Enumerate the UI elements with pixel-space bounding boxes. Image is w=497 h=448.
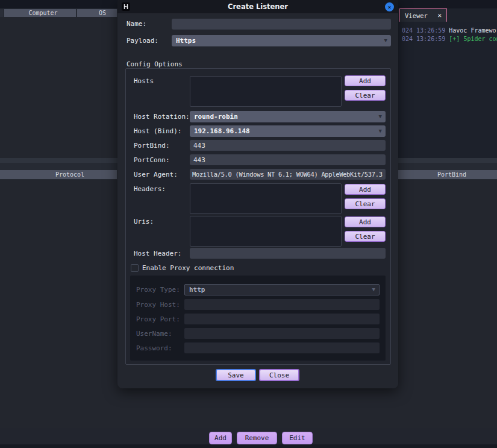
chevron-down-icon: ▼ bbox=[379, 111, 382, 122]
portconn-label: PortConn: bbox=[134, 156, 170, 165]
viewer-tabbar: Viewer ✕ bbox=[398, 8, 497, 22]
hosts-clear-button[interactable]: Clear bbox=[345, 90, 386, 101]
proxy-username-input[interactable] bbox=[184, 328, 380, 339]
host-bind-value: 192.168.96.148 bbox=[194, 127, 250, 135]
host-rotation-value: round-robin bbox=[194, 113, 238, 121]
listener-add-button[interactable]: Add bbox=[209, 432, 232, 444]
portbind-label: PortBind: bbox=[134, 142, 170, 150]
log-message: Havoc Framewor bbox=[449, 27, 497, 34]
havoc-app-window: Computer OS Viewer ✕ 024 13:26:59 Havoc … bbox=[0, 0, 497, 448]
name-input[interactable] bbox=[172, 19, 391, 30]
hosts-label: Hosts bbox=[134, 77, 154, 86]
host-header-input[interactable] bbox=[190, 248, 386, 259]
session-table-corner-cell bbox=[0, 9, 3, 17]
dialog-title: Create Listener bbox=[117, 0, 398, 13]
headers-listbox[interactable] bbox=[190, 183, 342, 214]
havoc-icon bbox=[122, 2, 130, 11]
host-header-label: Host Header: bbox=[134, 250, 181, 258]
proxy-host-input[interactable] bbox=[184, 299, 380, 310]
host-bind-label: Host (Bind): bbox=[134, 127, 181, 136]
column-header-computer[interactable]: Computer bbox=[4, 9, 76, 17]
host-rotation-select[interactable]: round-robin ▼ bbox=[190, 111, 386, 122]
proxy-password-input[interactable] bbox=[184, 342, 380, 353]
proxy-type-label: Proxy Type: bbox=[136, 286, 180, 294]
log-line: 024 13:26:59 Havoc Framewor bbox=[402, 27, 497, 35]
listener-actions: Add Remove Edit bbox=[209, 432, 313, 444]
listener-edit-button[interactable]: Edit bbox=[282, 432, 313, 444]
uris-listbox[interactable] bbox=[190, 216, 342, 247]
payload-select[interactable]: Https ▼ bbox=[172, 35, 391, 46]
hosts-listbox[interactable] bbox=[190, 76, 342, 107]
tab-close-icon[interactable]: ✕ bbox=[437, 11, 442, 19]
user-agent-input[interactable] bbox=[190, 169, 386, 180]
enable-proxy-checkbox[interactable] bbox=[131, 264, 139, 272]
headers-add-button[interactable]: Add bbox=[345, 184, 386, 195]
payload-label: Payload: bbox=[127, 37, 158, 45]
tab-viewer[interactable]: Viewer ✕ bbox=[399, 8, 447, 22]
column-header-portbind[interactable]: PortBind bbox=[398, 170, 497, 179]
enable-proxy-label: Enable Proxy connection bbox=[142, 264, 234, 273]
proxy-password-label: Password: bbox=[136, 344, 172, 353]
column-header-protocol[interactable]: Protocol bbox=[0, 170, 117, 179]
proxy-port-input[interactable] bbox=[184, 314, 380, 324]
proxy-port-label: Proxy Port: bbox=[136, 315, 180, 324]
log-prefix: [+] bbox=[449, 36, 460, 42]
listener-remove-button[interactable]: Remove bbox=[237, 432, 277, 444]
payload-value: Https bbox=[176, 37, 196, 45]
session-table-header: Computer OS bbox=[0, 9, 117, 17]
save-button[interactable]: Save bbox=[216, 369, 256, 381]
name-label: Name: bbox=[127, 20, 146, 28]
portconn-input[interactable] bbox=[190, 154, 386, 165]
config-options-title: Config Options bbox=[127, 60, 183, 69]
proxy-host-label: Proxy Host: bbox=[136, 301, 180, 309]
host-bind-select[interactable]: 192.168.96.148 ▼ bbox=[190, 125, 386, 137]
dialog-close-button[interactable]: ✕ bbox=[385, 2, 394, 11]
statusbar-edge bbox=[0, 444, 497, 448]
headers-label: Headers: bbox=[134, 185, 166, 194]
log-line: 024 13:26:59 [+] 5pider con bbox=[402, 35, 497, 43]
chevron-down-icon: ▼ bbox=[379, 125, 382, 137]
close-button[interactable]: Close bbox=[259, 369, 299, 381]
portbind-input[interactable] bbox=[190, 140, 386, 151]
headers-clear-button[interactable]: Clear bbox=[345, 198, 386, 209]
uris-clear-button[interactable]: Clear bbox=[345, 231, 386, 242]
chevron-down-icon: ▼ bbox=[372, 285, 375, 295]
proxy-username-label: UserName: bbox=[136, 330, 172, 338]
user-agent-label: User Agent: bbox=[134, 171, 178, 179]
log-message: 5pider con bbox=[463, 36, 497, 42]
host-rotation-label: Host Rotation: bbox=[134, 113, 190, 121]
uris-add-button[interactable]: Add bbox=[345, 216, 386, 227]
dialog-titlebar[interactable]: Create Listener ✕ bbox=[117, 0, 398, 13]
proxy-type-value: http bbox=[189, 286, 205, 294]
uris-label: Uris: bbox=[134, 218, 154, 226]
session-table-body bbox=[0, 17, 117, 158]
log-timestamp: 024 13:26:59 bbox=[402, 27, 445, 34]
tab-viewer-label: Viewer bbox=[405, 12, 428, 19]
chevron-down-icon: ▼ bbox=[384, 35, 387, 46]
hosts-add-button[interactable]: Add bbox=[345, 75, 386, 86]
proxy-type-select[interactable]: http ▼ bbox=[184, 284, 380, 295]
column-header-os[interactable]: OS bbox=[77, 9, 117, 17]
event-log-panel: 024 13:26:59 Havoc Framewor 024 13:26:59… bbox=[398, 22, 497, 158]
log-timestamp: 024 13:26:59 bbox=[402, 36, 445, 42]
create-listener-dialog: Create Listener ✕ Name: Payload: Https ▼… bbox=[117, 0, 398, 388]
